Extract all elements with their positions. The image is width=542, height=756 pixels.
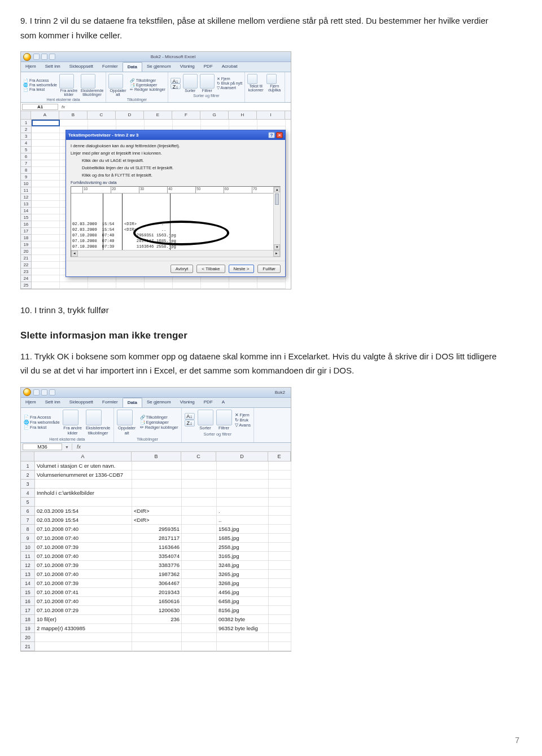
cell[interactable] xyxy=(132,633,182,641)
table-row[interactable] xyxy=(35,480,291,489)
from-other-sources-icon[interactable] xyxy=(63,410,78,425)
cell[interactable] xyxy=(132,461,182,470)
preview-scrollbar-h[interactable]: ◂ ▸ xyxy=(71,250,280,257)
table-row[interactable]: 07.10.2008 07:4029593511563.jpg xyxy=(35,525,291,534)
cell[interactable] xyxy=(217,471,269,479)
cell[interactable] xyxy=(132,480,182,488)
cell[interactable]: 2959351 xyxy=(132,525,182,533)
scroll-down-icon[interactable]: ▾ xyxy=(274,244,280,250)
row-header[interactable]: 16 xyxy=(21,221,31,228)
col-header[interactable]: E xyxy=(268,452,291,461)
preview-pane[interactable]: 10203040506070 02.03.2009 15:54 <DIR> .0… xyxy=(71,186,281,257)
cell[interactable] xyxy=(182,552,217,560)
cell[interactable] xyxy=(132,498,182,506)
table-row[interactable]: 07.10.2008 07:4033540743165.jpg xyxy=(35,552,291,561)
row-header[interactable]: 21 xyxy=(21,255,31,262)
filter-icon[interactable] xyxy=(200,74,215,89)
row-header[interactable]: 18 xyxy=(21,615,34,624)
cell[interactable]: 2817117 xyxy=(132,534,182,542)
next-button[interactable]: Neste > xyxy=(229,265,255,273)
row-header[interactable]: 17 xyxy=(21,606,34,615)
cell[interactable]: 07.10.2008 07:40 xyxy=(35,525,132,533)
back-button[interactable]: < Tilbake xyxy=(196,265,225,273)
cell[interactable] xyxy=(269,489,291,497)
row-header[interactable]: 14 xyxy=(21,208,31,214)
col-header[interactable]: D xyxy=(116,111,144,119)
cell[interactable] xyxy=(269,579,291,587)
row-header[interactable]: 15 xyxy=(21,588,34,597)
cell[interactable] xyxy=(269,516,291,524)
row-header[interactable]: 3 xyxy=(21,480,34,489)
row-header[interactable]: 13 xyxy=(21,201,31,208)
cell[interactable] xyxy=(182,534,217,542)
row-header[interactable]: 12 xyxy=(21,194,31,201)
col-header[interactable]: A xyxy=(34,452,132,461)
cell[interactable] xyxy=(269,588,291,596)
cell[interactable] xyxy=(269,561,291,569)
row-header[interactable]: 21 xyxy=(21,642,34,651)
cell[interactable] xyxy=(269,525,291,533)
row-header[interactable]: 9 xyxy=(21,174,31,181)
qat-undo-icon[interactable] xyxy=(41,389,47,395)
row-header[interactable]: 5 xyxy=(21,147,31,153)
col-header[interactable]: C xyxy=(88,111,116,119)
row-header[interactable]: 11 xyxy=(21,552,34,561)
cell[interactable]: 07.10.2008 07:29 xyxy=(35,606,132,614)
row-header[interactable]: 5 xyxy=(21,498,34,507)
cell[interactable]: 1163646 xyxy=(132,543,182,551)
cell[interactable] xyxy=(217,480,269,488)
from-text-button[interactable]: 📄 Fra tekst xyxy=(24,425,60,430)
col-header[interactable]: A xyxy=(31,111,59,119)
office-orb-icon[interactable] xyxy=(23,388,31,396)
table-row[interactable]: Innhold i c:\artikkelbilder xyxy=(35,489,291,498)
namebox-dropdown-icon[interactable]: ▼ xyxy=(64,445,70,449)
column-break-line[interactable] xyxy=(170,194,171,250)
cell[interactable]: 07.10.2008 07:40 xyxy=(35,552,132,560)
cell[interactable] xyxy=(182,489,217,497)
ribbon-tab-sideoppsett[interactable]: Sideoppsett xyxy=(65,62,98,72)
sort-az-icon[interactable]: A↓ xyxy=(171,78,181,83)
cell[interactable] xyxy=(182,633,217,641)
row-header[interactable]: 3 xyxy=(21,133,31,140)
cell[interactable] xyxy=(35,480,132,488)
ribbon-tab-formler[interactable]: Formler xyxy=(98,398,123,407)
cell[interactable]: 3064467 xyxy=(132,579,182,587)
col-header[interactable]: D xyxy=(216,452,268,461)
cell[interactable]: 3383776 xyxy=(132,561,182,569)
qat-save-icon[interactable] xyxy=(33,54,40,60)
sort-az-icon[interactable]: A↓ xyxy=(185,413,195,420)
cell[interactable]: Innhold i c:\artikkelbilder xyxy=(35,489,132,497)
fx-icon[interactable]: fx xyxy=(74,444,84,450)
cell[interactable] xyxy=(182,471,217,479)
cell[interactable] xyxy=(182,461,217,470)
cell[interactable]: 6458.jpg xyxy=(217,597,269,605)
cell[interactable] xyxy=(269,642,291,650)
table-row[interactable]: 07.10.2008 07:4016506166458.jpg xyxy=(35,597,291,606)
ribbon-tab-data[interactable]: Data xyxy=(123,62,142,72)
ribbon-tab-visning[interactable]: Visning xyxy=(176,62,199,72)
name-box[interactable]: A1 xyxy=(22,104,58,110)
from-access-button[interactable]: 📄 Fra Access xyxy=(24,415,60,420)
col-header[interactable]: B xyxy=(59,111,88,119)
cell[interactable]: 1987362 xyxy=(132,570,182,578)
cell[interactable]: 1563.jpg xyxy=(217,525,269,533)
ribbon-tab-a[interactable]: A xyxy=(217,398,229,407)
ribbon-tab-hjem[interactable]: Hjem xyxy=(21,62,41,72)
cell[interactable]: Volumserienummeret er 1336-CDB7 xyxy=(35,471,132,479)
fx-icon[interactable]: fx xyxy=(59,104,67,109)
cell[interactable] xyxy=(217,461,269,470)
cell[interactable]: 8156.jpg xyxy=(217,606,269,614)
column-break-line[interactable] xyxy=(103,194,103,250)
cell[interactable]: 07.10.2008 07:39 xyxy=(35,579,132,587)
scroll-right-icon[interactable]: ▸ xyxy=(273,250,280,257)
cell[interactable] xyxy=(182,570,217,578)
table-row[interactable]: 02.03.2009 15:54<DIR>. xyxy=(35,507,291,516)
cell[interactable]: 2019343 xyxy=(132,588,182,596)
row-header[interactable]: 7 xyxy=(21,160,31,167)
col-header[interactable]: I xyxy=(257,111,285,119)
ribbon-tab-formler[interactable]: Formler xyxy=(98,62,123,72)
from-web-button[interactable]: 🌐 Fra webområde xyxy=(24,420,60,425)
cell[interactable] xyxy=(182,642,217,650)
cell[interactable] xyxy=(269,597,291,605)
col-header[interactable]: F xyxy=(172,111,200,119)
